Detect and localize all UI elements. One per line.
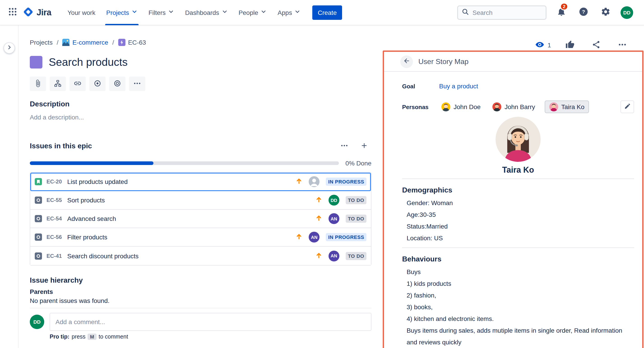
hierarchy-icon bbox=[54, 79, 62, 89]
breadcrumb-issue[interactable]: EC-63 bbox=[118, 39, 146, 46]
persona-detail: Taira Ko bbox=[402, 117, 634, 175]
panel-title: User Story Map bbox=[418, 57, 468, 66]
toolbar-more-button[interactable] bbox=[129, 77, 145, 91]
status-badge[interactable]: TO DO bbox=[346, 252, 366, 260]
progress-done-label: 0% Done bbox=[346, 160, 372, 167]
app-grid-icon bbox=[8, 7, 18, 18]
persona-detail-name: Taira Ko bbox=[502, 166, 534, 175]
watch-eye-icon bbox=[535, 40, 544, 50]
comment-input[interactable] bbox=[50, 313, 372, 331]
epic-issues-more-button[interactable] bbox=[337, 139, 352, 153]
breadcrumb-projects[interactable]: Projects bbox=[30, 39, 52, 46]
issue-row[interactable]: EC-20 List products updated IN PROGRESS bbox=[30, 173, 371, 191]
current-user-avatar: DD bbox=[30, 315, 44, 329]
settings-button[interactable] bbox=[598, 5, 613, 20]
persona-avatar-icon bbox=[549, 102, 558, 111]
status-badge[interactable]: IN PROGRESS bbox=[326, 177, 366, 186]
edit-personas-button[interactable] bbox=[620, 101, 634, 113]
breadcrumb: Projects / E-commerce / EC-63 bbox=[30, 37, 372, 48]
status-badge[interactable]: IN PROGRESS bbox=[326, 233, 366, 241]
sidebar-divider bbox=[18, 25, 18, 348]
issue-summary[interactable]: Filter products bbox=[67, 233, 296, 241]
goal-link[interactable]: Buy a product bbox=[439, 82, 478, 90]
scope-button[interactable] bbox=[89, 77, 106, 91]
issue-key[interactable]: EC-56 bbox=[46, 234, 62, 240]
more-horizontal-icon bbox=[618, 40, 627, 50]
issue-key[interactable]: EC-41 bbox=[46, 253, 62, 259]
assignee-avatar[interactable]: AN bbox=[328, 213, 339, 224]
nav-dashboards[interactable]: Dashboards bbox=[180, 0, 233, 25]
issue-title-row: Search products bbox=[30, 56, 372, 68]
breadcrumb-separator: / bbox=[112, 39, 114, 46]
more-horizontal-icon bbox=[340, 141, 348, 151]
nav-projects[interactable]: Projects bbox=[101, 0, 143, 25]
behaviour-item: 1) kids products bbox=[406, 278, 634, 289]
svg-text:?: ? bbox=[582, 9, 585, 15]
issue-row[interactable]: EC-54 Advanced search AN TO DO bbox=[30, 210, 371, 228]
description-placeholder[interactable]: Add a description... bbox=[30, 114, 372, 121]
issue-key[interactable]: EC-54 bbox=[46, 215, 62, 222]
like-button[interactable] bbox=[563, 38, 577, 52]
nav-filters[interactable]: Filters bbox=[143, 0, 180, 25]
status-badge[interactable]: TO DO bbox=[346, 196, 366, 204]
add-issue-button[interactable] bbox=[357, 139, 372, 153]
watch-count: 1 bbox=[548, 41, 551, 49]
nav-label: Filters bbox=[148, 9, 166, 16]
chevron-down-icon bbox=[294, 8, 300, 16]
scope-icon bbox=[94, 79, 102, 89]
nav-people[interactable]: People bbox=[233, 0, 272, 25]
persona-chip-taira-ko[interactable]: Taira Ko bbox=[544, 101, 589, 113]
persona-name: John Barry bbox=[504, 103, 535, 110]
issue-key[interactable]: EC-55 bbox=[46, 197, 62, 203]
share-button[interactable] bbox=[589, 38, 604, 52]
issue-summary[interactable]: Search discount products bbox=[67, 252, 316, 259]
persona-avatar-icon bbox=[441, 102, 450, 111]
notifications-button[interactable]: 2 bbox=[554, 5, 569, 20]
panel-back-button[interactable] bbox=[400, 55, 413, 68]
expand-sidebar-button[interactable] bbox=[4, 42, 15, 54]
nav-apps[interactable]: Apps bbox=[272, 0, 306, 25]
assignee-avatar[interactable]: AN bbox=[328, 250, 339, 261]
nav-label: Your work bbox=[68, 9, 96, 16]
status-badge[interactable]: TO DO bbox=[346, 215, 366, 223]
watchers-button[interactable]: 1 bbox=[535, 40, 551, 50]
epic-progress: 0% Done bbox=[30, 160, 372, 167]
link-issue-button[interactable] bbox=[70, 77, 86, 91]
page-title: Search products bbox=[49, 56, 128, 68]
issue-row[interactable]: EC-56 Filter products AN IN PROGRESS bbox=[30, 228, 371, 247]
user-story-map-panel: User Story Map Goal Buy a product Person… bbox=[383, 50, 644, 348]
epic-color-icon bbox=[30, 56, 42, 68]
more-actions-button[interactable] bbox=[615, 38, 630, 52]
priority-up-icon bbox=[316, 196, 322, 204]
user-avatar[interactable]: DD bbox=[620, 6, 633, 19]
add-child-issue-button[interactable] bbox=[50, 77, 66, 91]
assignee-avatar[interactable]: DD bbox=[328, 195, 339, 205]
create-button[interactable]: Create bbox=[312, 5, 342, 20]
chevron-right-icon bbox=[6, 44, 12, 52]
issue-key[interactable]: EC-20 bbox=[46, 178, 62, 185]
demographic-item: Status:Married bbox=[406, 220, 634, 232]
unassigned-avatar[interactable] bbox=[309, 176, 320, 187]
persona-chip-john-doe[interactable]: John Doe bbox=[439, 101, 483, 113]
app-switcher-button[interactable] bbox=[6, 5, 20, 20]
attach-button[interactable] bbox=[30, 77, 46, 91]
behaviour-item: 3) books, bbox=[406, 301, 634, 313]
issue-row[interactable]: EC-55 Sort products DD TO DO bbox=[30, 191, 371, 210]
assignee-avatar[interactable]: AN bbox=[309, 232, 320, 242]
story-type-icon bbox=[35, 178, 42, 185]
issue-summary[interactable]: List products updated bbox=[67, 178, 296, 185]
persona-chip-john-barry[interactable]: John Barry bbox=[490, 101, 537, 113]
behaviours-heading: Behaviours bbox=[402, 255, 634, 263]
breadcrumb-project[interactable]: E-commerce bbox=[62, 39, 108, 46]
search-input[interactable] bbox=[472, 9, 542, 16]
persona-name: Taira Ko bbox=[561, 103, 584, 110]
gear-icon bbox=[601, 7, 610, 18]
jira-logo[interactable]: Jira bbox=[22, 6, 51, 19]
nav-your-work[interactable]: Your work bbox=[62, 0, 101, 25]
help-button[interactable]: ? bbox=[576, 5, 591, 20]
issue-summary[interactable]: Advanced search bbox=[67, 215, 316, 222]
target-button[interactable] bbox=[109, 77, 126, 91]
issue-summary[interactable]: Sort products bbox=[67, 196, 316, 204]
global-search[interactable] bbox=[457, 5, 546, 20]
issue-row[interactable]: EC-41 Search discount products AN TO DO bbox=[30, 247, 371, 265]
